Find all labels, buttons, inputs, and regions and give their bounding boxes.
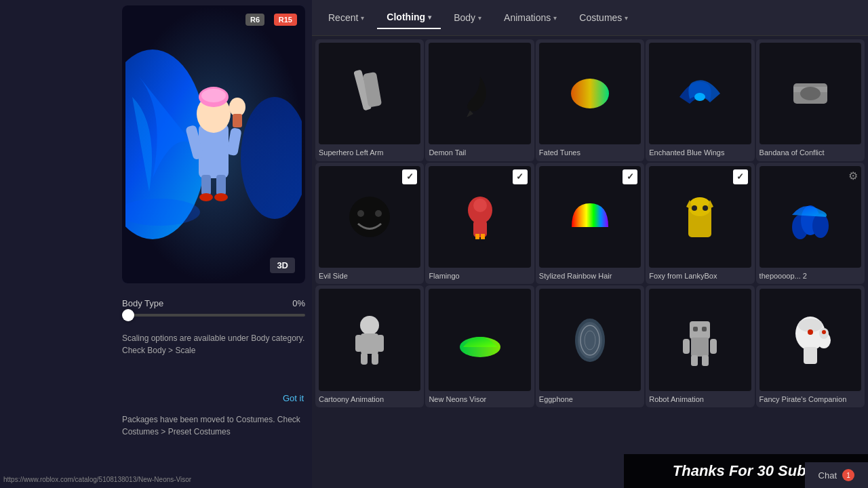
url-bar: https://www.roblox.com/catalog/510813801… (0, 474, 195, 485)
body-type-slider[interactable] (122, 314, 305, 317)
svg-point-23 (357, 210, 364, 217)
item-name: Fancy Pirate's Companion (760, 394, 861, 404)
catalog-item-new-neons[interactable]: New Neons Visor (425, 285, 534, 407)
item-name: Fated Tunes (539, 148, 641, 157)
costumes-chevron-icon: ▾ (625, 14, 628, 22)
gear-icon: ⚙ (848, 169, 858, 182)
item-thumbnail (539, 43, 641, 144)
body-type-value: 0% (292, 298, 305, 308)
svg-rect-56 (693, 327, 698, 331)
nav-bar: Recent ▾ Clothing ▾ Body ▾ Animations ▾ … (312, 0, 868, 36)
item-name: thepoooop... 2 (760, 271, 861, 281)
catalog-item-evil-side[interactable]: ✓ Evil Side (315, 163, 424, 285)
item-thumbnail: ✓ (649, 166, 751, 268)
item-name: Eggphone (539, 394, 641, 404)
svg-point-24 (375, 210, 382, 217)
catalog-item-robot[interactable]: Robot Animation (646, 285, 754, 407)
nav-recent[interactable]: Recent ▾ (319, 7, 374, 28)
item-name: Superhero Left Arm (319, 148, 420, 157)
item-name: Foxy from LankyBox (649, 271, 751, 281)
svg-point-18 (694, 93, 705, 101)
svg-rect-55 (702, 355, 709, 366)
svg-point-5 (201, 89, 226, 102)
svg-point-17 (571, 79, 609, 108)
svg-rect-7 (233, 114, 242, 127)
svg-rect-54 (691, 355, 698, 366)
chat-badge: 1 (842, 469, 854, 481)
animations-chevron-icon: ▾ (553, 14, 557, 22)
catalog-item-enchanted[interactable]: Enchanted Blue Wings (646, 39, 754, 161)
catalog-item-fated-tunes[interactable]: Fated Tunes (536, 39, 644, 161)
svg-point-35 (703, 205, 708, 211)
svg-point-10 (199, 193, 213, 201)
svg-rect-41 (355, 335, 362, 352)
catalog-item-flamingo[interactable]: ✓ Flamingo (425, 163, 534, 285)
svg-rect-9 (216, 175, 226, 195)
body-type-label: Body Type (122, 298, 163, 308)
checkmark-icon: ✓ (402, 169, 417, 184)
thanks-text: Thanks For 30 Subs! (673, 462, 819, 480)
svg-rect-13 (226, 127, 242, 156)
nav-animations[interactable]: Animations ▾ (494, 7, 566, 28)
catalog-item-bandana[interactable]: Bandana of Conflict (756, 39, 865, 161)
svg-rect-42 (377, 335, 384, 352)
item-thumbnail (760, 289, 861, 390)
catalog-item-rainbow-hair[interactable]: ✓ Stylized Rainbow H (536, 163, 644, 285)
catalog-item-thepoooop[interactable]: ⚙ thepoooop... 2 (756, 163, 865, 285)
item-thumbnail: ✓ (429, 166, 530, 268)
item-name: Robot Animation (649, 394, 751, 404)
nav-body[interactable]: Body ▾ (444, 7, 491, 28)
slider-thumb (122, 309, 134, 321)
got-it-button[interactable]: Got it (283, 393, 304, 403)
body-type-section: Body Type 0% (122, 298, 305, 317)
catalog-item-foxy[interactable]: ✓ Foxy from LankyBox (646, 163, 754, 285)
svg-rect-43 (361, 352, 368, 365)
catalog-item-demon-tail[interactable]: Demon Tail (425, 39, 534, 161)
svg-rect-28 (475, 234, 479, 239)
chat-button[interactable]: Chat 1 (805, 462, 868, 488)
svg-point-1 (241, 97, 302, 219)
nav-costumes[interactable]: Costumes ▾ (570, 7, 637, 28)
nav-clothing[interactable]: Clothing ▾ (377, 6, 441, 29)
svg-point-39 (360, 316, 379, 335)
avatar-svg (125, 9, 302, 280)
clothing-chevron-icon: ▾ (428, 14, 431, 21)
svg-point-34 (692, 205, 697, 211)
svg-rect-60 (804, 347, 817, 364)
item-thumbnail (319, 43, 420, 144)
item-name: Evil Side (319, 271, 420, 281)
svg-rect-50 (690, 321, 710, 339)
svg-rect-8 (201, 175, 211, 195)
right-panel: Recent ▾ Clothing ▾ Body ▾ Animations ▾ … (312, 0, 868, 488)
item-thumbnail (429, 43, 530, 144)
svg-rect-57 (702, 327, 707, 331)
avatar-viewport: R6 R15 3D (122, 5, 305, 283)
svg-rect-44 (372, 352, 378, 365)
catalog-item-superhero[interactable]: Superhero Left Arm (315, 39, 424, 161)
item-name: Flamingo (429, 271, 530, 281)
item-name: Enchanted Blue Wings (649, 148, 751, 157)
body-chevron-icon: ▾ (478, 14, 481, 22)
svg-point-11 (214, 193, 228, 201)
svg-point-22 (349, 197, 390, 237)
packages-note: Packages have been moved to Costumes. Ch… (122, 413, 305, 438)
scaling-note: Scaling options are available under Body… (122, 332, 305, 357)
svg-rect-51 (691, 338, 709, 357)
catalog-item-eggphone[interactable]: Eggphone (536, 285, 644, 407)
item-name: Cartoony Animation (319, 394, 420, 404)
svg-point-27 (473, 199, 487, 212)
svg-rect-53 (710, 339, 717, 354)
item-thumbnail: ✓ (539, 166, 641, 268)
svg-rect-40 (361, 333, 378, 354)
item-name: Bandana of Conflict (760, 148, 861, 157)
svg-rect-29 (481, 234, 485, 239)
checkmark-icon: ✓ (513, 169, 528, 184)
svg-point-21 (800, 87, 821, 100)
item-thumbnail (429, 289, 530, 390)
catalog-item-fancy-pirate[interactable]: Fancy Pirate's Companion (756, 285, 865, 407)
catalog-item-cartoony[interactable]: Cartoony Animation (315, 285, 424, 407)
svg-rect-52 (683, 339, 690, 354)
catalog-grid: Superhero Left Arm Demon Tail (312, 36, 868, 488)
svg-point-63 (808, 329, 813, 335)
item-thumbnail: ✓ (319, 166, 420, 268)
